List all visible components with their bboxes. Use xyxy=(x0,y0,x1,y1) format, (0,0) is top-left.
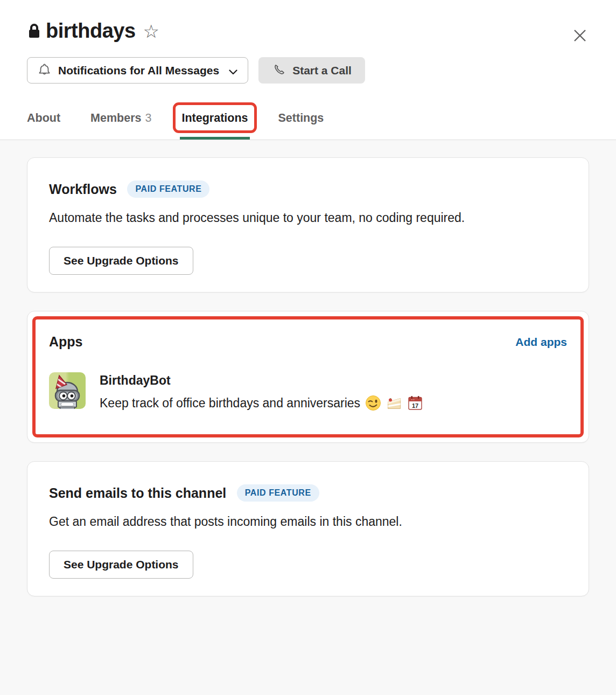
apps-card: Apps Add apps xyxy=(27,311,589,443)
tab-integrations[interactable]: Integrations xyxy=(181,112,248,125)
channel-details-dialog: birthdays ☆ Notifications for All Mes xyxy=(0,0,616,596)
apps-title: Apps xyxy=(49,334,83,350)
tab-settings[interactable]: Settings xyxy=(278,112,324,125)
active-tab-underline xyxy=(180,137,249,140)
tab-settings-label: Settings xyxy=(278,112,324,124)
phone-icon xyxy=(272,62,285,79)
send-emails-title: Send emails to this channel xyxy=(49,485,226,501)
tab-about[interactable]: About xyxy=(27,112,60,125)
members-count: 3 xyxy=(145,112,152,124)
channel-tabs: About Members3 Integrations Settings xyxy=(27,99,589,140)
tab-about-label: About xyxy=(27,112,60,124)
notifications-button-label: Notifications for All Messages xyxy=(58,64,219,77)
calendar-emoji: 17 xyxy=(407,395,423,411)
see-upgrade-options-button[interactable]: See Upgrade Options xyxy=(49,247,193,275)
send-emails-card: Send emails to this channel PAID FEATURE… xyxy=(27,461,589,596)
workflows-description: Automate the tasks and processes unique … xyxy=(49,206,480,230)
tab-members[interactable]: Members3 xyxy=(90,112,151,125)
add-apps-link[interactable]: Add apps xyxy=(515,336,567,349)
workflows-title: Workflows xyxy=(49,182,117,197)
star-channel-icon[interactable]: ☆ xyxy=(143,22,159,40)
bell-icon xyxy=(38,62,51,79)
start-call-button-label: Start a Call xyxy=(292,64,352,77)
channel-name: birthdays xyxy=(46,19,136,43)
winking-face-emoji xyxy=(365,395,381,411)
app-list-item[interactable]: BirthdayBot Keep track of office birthda… xyxy=(49,372,567,411)
channel-actions: Notifications for All Messages Start a C… xyxy=(27,57,589,84)
channel-title-row: birthdays ☆ xyxy=(27,0,589,43)
see-upgrade-options-button[interactable]: See Upgrade Options xyxy=(49,551,193,579)
tab-integrations-label: Integrations xyxy=(181,112,248,124)
start-call-button[interactable]: Start a Call xyxy=(258,57,365,84)
app-description: Keep track of office birthdays and anniv… xyxy=(100,396,360,411)
cake-slice-emoji xyxy=(386,395,402,411)
paid-feature-badge: PAID FEATURE xyxy=(237,484,319,502)
send-emails-description: Get an email address that posts incoming… xyxy=(49,510,480,533)
app-name: BirthdayBot xyxy=(100,373,423,388)
close-button[interactable] xyxy=(570,26,590,46)
chevron-down-icon xyxy=(229,65,237,78)
integrations-panel: Workflows PAID FEATURE Automate the task… xyxy=(0,140,616,596)
dialog-header: birthdays ☆ Notifications for All Mes xyxy=(0,0,616,140)
notifications-button[interactable]: Notifications for All Messages xyxy=(27,57,248,84)
calendar-number: 17 xyxy=(412,402,418,409)
lock-icon xyxy=(27,23,41,39)
workflows-card: Workflows PAID FEATURE Automate the task… xyxy=(27,157,589,293)
close-icon xyxy=(571,27,589,46)
birthdaybot-app-icon xyxy=(49,372,86,409)
paid-feature-badge: PAID FEATURE xyxy=(127,180,209,198)
tab-members-label: Members xyxy=(90,112,141,124)
